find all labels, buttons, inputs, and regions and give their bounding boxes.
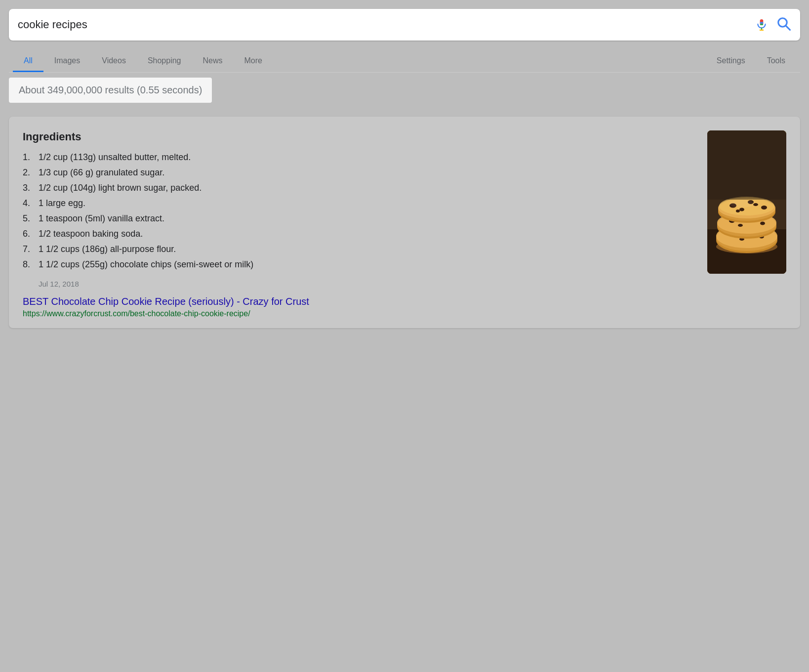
- svg-line-7: [786, 26, 790, 30]
- list-item: 3. 1/2 cup (104g) light brown sugar, pac…: [23, 183, 697, 193]
- item-number: 5.: [23, 213, 35, 224]
- recipe-image: [707, 130, 786, 274]
- svg-point-32: [761, 206, 767, 210]
- recipe-card-inner: Ingredients 1. 1/2 cup (113g) unsalted b…: [23, 130, 786, 288]
- search-input[interactable]: [18, 18, 755, 31]
- item-text: 1/2 cup (113g) unsalted butter, melted.: [39, 152, 191, 163]
- item-number: 4.: [23, 198, 35, 209]
- tab-news[interactable]: News: [192, 49, 234, 72]
- list-item: 7. 1 1/2 cups (186g) all-purpose flour.: [23, 244, 697, 254]
- item-number: 2.: [23, 168, 35, 178]
- recipe-date: Jul 12, 2018: [39, 280, 697, 288]
- result-url: https://www.crazyforcrust.com/best-choco…: [23, 309, 786, 318]
- cookie-svg: [707, 130, 786, 274]
- list-item: 6. 1/2 teaspoon baking soda.: [23, 229, 697, 239]
- list-item: 8. 1 1/2 cups (255g) chocolate chips (se…: [23, 259, 697, 270]
- recipe-card: Ingredients 1. 1/2 cup (113g) unsalted b…: [9, 117, 800, 328]
- svg-point-37: [729, 200, 754, 208]
- tab-settings[interactable]: Settings: [706, 49, 756, 72]
- cookie-photo: [707, 130, 786, 274]
- navigation-tabs: All Images Videos Shopping News More Set…: [9, 49, 800, 73]
- result-title-link[interactable]: BEST Chocolate Chip Cookie Recipe (serio…: [23, 296, 786, 307]
- ingredients-list: 1. 1/2 cup (113g) unsalted butter, melte…: [23, 152, 697, 270]
- item-number: 1.: [23, 152, 35, 163]
- results-count-text: About 349,000,000 results (0.55 seconds): [19, 84, 202, 95]
- list-item: 1. 1/2 cup (113g) unsalted butter, melte…: [23, 152, 697, 163]
- svg-rect-36: [707, 130, 786, 200]
- svg-point-33: [739, 208, 744, 211]
- item-text: 1 1/2 cups (255g) chocolate chips (semi-…: [39, 259, 253, 270]
- svg-point-24: [738, 224, 743, 227]
- tab-videos[interactable]: Videos: [91, 49, 137, 72]
- item-text: 1/2 cup (104g) light brown sugar, packed…: [39, 183, 202, 193]
- svg-point-23: [760, 222, 765, 225]
- list-item: 5. 1 teaspoon (5ml) vanilla extract.: [23, 213, 697, 224]
- ingredients-title: Ingredients: [23, 130, 697, 143]
- search-bar: [9, 9, 800, 41]
- search-icons: [755, 16, 791, 34]
- item-text: 1 1/2 cups (186g) all-purpose flour.: [39, 244, 176, 254]
- svg-rect-3: [760, 19, 764, 22]
- item-text: 1/3 cup (66 g) granulated sugar.: [39, 168, 164, 178]
- microphone-icon[interactable]: [755, 16, 769, 34]
- tab-images[interactable]: Images: [43, 49, 91, 72]
- svg-rect-4: [760, 22, 764, 24]
- item-text: 1 large egg.: [39, 198, 85, 209]
- tab-all[interactable]: All: [13, 49, 43, 72]
- tab-shopping[interactable]: Shopping: [137, 49, 192, 72]
- item-text: 1/2 teaspoon baking soda.: [39, 229, 143, 239]
- item-number: 6.: [23, 229, 35, 239]
- list-item: 4. 1 large egg.: [23, 198, 697, 209]
- results-count-area: About 349,000,000 results (0.55 seconds): [9, 78, 800, 110]
- tab-tools[interactable]: Tools: [756, 49, 796, 72]
- svg-point-35: [736, 210, 740, 212]
- result-link: BEST Chocolate Chip Cookie Recipe (serio…: [23, 296, 786, 318]
- results-count-box: About 349,000,000 results (0.55 seconds): [9, 78, 212, 103]
- item-number: 3.: [23, 183, 35, 193]
- list-item: 2. 1/3 cup (66 g) granulated sugar.: [23, 168, 697, 178]
- svg-rect-5: [760, 24, 764, 25]
- item-text: 1 teaspoon (5ml) vanilla extract.: [39, 213, 164, 224]
- tab-more[interactable]: More: [234, 49, 273, 72]
- item-number: 8.: [23, 259, 35, 270]
- recipe-content: Ingredients 1. 1/2 cup (113g) unsalted b…: [23, 130, 697, 288]
- search-button[interactable]: [776, 16, 791, 33]
- item-number: 7.: [23, 244, 35, 254]
